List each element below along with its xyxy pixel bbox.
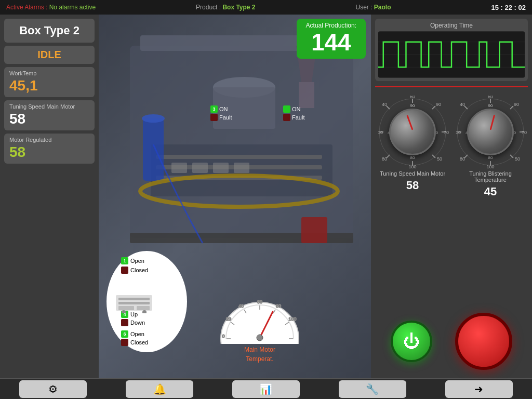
right-fault-label: Fault <box>292 114 304 121</box>
svg-rect-15 <box>192 163 208 173</box>
forward-icon: ➜ <box>474 383 483 395</box>
svg-text:10: 10 <box>456 130 461 135</box>
user-value: Paolo <box>374 4 391 11</box>
knob1[interactable] <box>389 109 436 155</box>
svg-text:100: 100 <box>288 316 296 322</box>
legend-1-open-label: Open <box>130 258 144 264</box>
right-fault-indicator <box>283 114 290 121</box>
legend-item1-open: 1 Open <box>121 257 181 264</box>
svg-point-41 <box>257 335 263 341</box>
gauge-label-line1: Main Motor <box>218 346 301 353</box>
toolbar-settings-button[interactable]: ⚙ <box>19 380 87 398</box>
svg-rect-16 <box>213 163 229 173</box>
power-button[interactable]: ⏻ <box>391 321 432 362</box>
legend-4-down-label: Down <box>130 320 145 326</box>
right-on-indicator <box>283 105 290 113</box>
product-title: Box Type 2 <box>4 19 95 43</box>
svg-rect-3 <box>156 155 322 159</box>
knob1-label: Tuning Speed Main Motor <box>380 170 445 177</box>
legend-1-closed-label: Closed <box>130 267 148 273</box>
main-motor-gauge: 0 20 40 60 80 <box>218 292 301 363</box>
legend-item1-closed: Closed <box>121 267 181 274</box>
left-panel: Box Type 2 IDLE WorkTemp 45,1 Tuning Spe… <box>0 15 99 378</box>
knob2-value: 45 <box>484 185 497 198</box>
svg-text:40: 40 <box>460 102 465 107</box>
motor-box: Motor Regulated 58 <box>4 134 95 164</box>
status-badge: IDLE <box>4 46 95 64</box>
worktemp-label: WorkTemp <box>9 70 89 76</box>
left-on-indicator: 3 <box>210 105 218 113</box>
bottom-toolbar: ⚙ 🔔 📊 🔧 ➜ <box>0 378 532 399</box>
production-label: Actual Production: <box>306 22 356 29</box>
right-indicator-group: ON Fault <box>283 105 304 122</box>
clock: 15 : 22 : 02 <box>491 4 526 11</box>
product-section: Product : Box Type 2 <box>196 4 256 11</box>
operating-time-label: Operating Time <box>378 22 525 29</box>
svg-text:60: 60 <box>257 299 262 304</box>
main-layout: Box Type 2 IDLE WorkTemp 45,1 Tuning Spe… <box>0 15 532 378</box>
toolbar-forward-button[interactable]: ➜ <box>445 380 513 398</box>
legend-circle: 1 Open Closed <box>107 251 187 352</box>
production-value: 144 <box>306 29 356 56</box>
center-panel: Actual Production: 144 3 ON Fault ON <box>99 15 371 378</box>
worktemp-value: 45,1 <box>9 77 89 94</box>
worktemp-box: WorkTemp 45,1 <box>4 67 95 97</box>
right-panel: Operating Time <box>371 15 532 378</box>
svg-text:80: 80 <box>410 155 415 160</box>
legend-item6-open: 6 Open <box>121 330 181 338</box>
gauge-label-line2: Temperat. <box>218 355 301 363</box>
legend-6-icon: 6 <box>121 330 128 338</box>
svg-rect-18 <box>301 217 327 243</box>
svg-rect-17 <box>234 163 249 173</box>
svg-rect-20 <box>118 298 150 300</box>
legend-1-closed-icon <box>121 267 128 274</box>
svg-point-9 <box>142 114 165 123</box>
svg-rect-14 <box>171 163 187 173</box>
emergency-stop-button[interactable] <box>455 313 512 370</box>
operating-time-chart <box>378 31 525 78</box>
svg-rect-11 <box>299 82 314 108</box>
svg-text:70: 70 <box>522 130 527 135</box>
svg-rect-23 <box>137 306 150 310</box>
motor-value: 58 <box>9 144 89 161</box>
toolbar-tools-button[interactable]: 🔧 <box>339 380 406 398</box>
left-fault-label: Fault <box>219 114 232 121</box>
knob2-wrapper: 60 100 10 70 40 90 80 50 90 80 40 70 <box>454 96 527 198</box>
svg-text:80: 80 <box>276 303 281 309</box>
big-buttons-section: ⏻ <box>375 309 528 374</box>
left-on-label: ON <box>219 106 228 112</box>
svg-text:60: 60 <box>488 96 493 99</box>
motor-label: Motor Regulated <box>9 137 89 143</box>
legend-item6-closed: Closed <box>121 339 181 346</box>
svg-rect-21 <box>118 302 150 304</box>
knob2[interactable] <box>467 109 514 155</box>
alarm-label: Active Alarms : <box>6 4 47 11</box>
toolbar-stats-button[interactable]: 📊 <box>232 380 300 398</box>
svg-text:80: 80 <box>460 156 465 162</box>
toolbar-alarm-button[interactable]: 🔔 <box>126 380 193 398</box>
knob1-wrapper: 60 100 10 70 40 90 80 50 90 80 40 70 <box>376 96 449 198</box>
svg-text:90: 90 <box>514 102 519 107</box>
tuning-value: 58 <box>9 111 89 127</box>
knob1-needle <box>406 115 413 130</box>
alarm-value: No alarms active <box>49 4 96 11</box>
user-label: User : <box>356 4 373 11</box>
machine-visual: Actual Production: 144 3 ON Fault ON <box>99 15 371 378</box>
alarm-section: Active Alarms : No alarms active <box>6 4 96 11</box>
user-section: User : Paolo <box>356 4 391 11</box>
svg-text:80: 80 <box>488 155 493 160</box>
svg-text:50: 50 <box>437 156 442 162</box>
tuning-box: Tuning Speed Main Motor 58 <box>4 100 95 130</box>
svg-text:80: 80 <box>382 156 387 162</box>
chart-svg <box>378 31 525 78</box>
legend-6-closed-icon <box>121 339 128 346</box>
legend-6-closed-label: Closed <box>130 339 148 345</box>
svg-rect-22 <box>118 306 134 310</box>
settings-icon: ⚙ <box>48 383 58 395</box>
production-badge: Actual Production: 144 <box>297 19 366 59</box>
svg-text:100: 100 <box>486 164 494 168</box>
product-label: Product : <box>196 4 221 11</box>
left-fault-indicator <box>210 114 218 121</box>
svg-text:60: 60 <box>410 96 415 99</box>
right-on-label: ON <box>292 106 301 112</box>
